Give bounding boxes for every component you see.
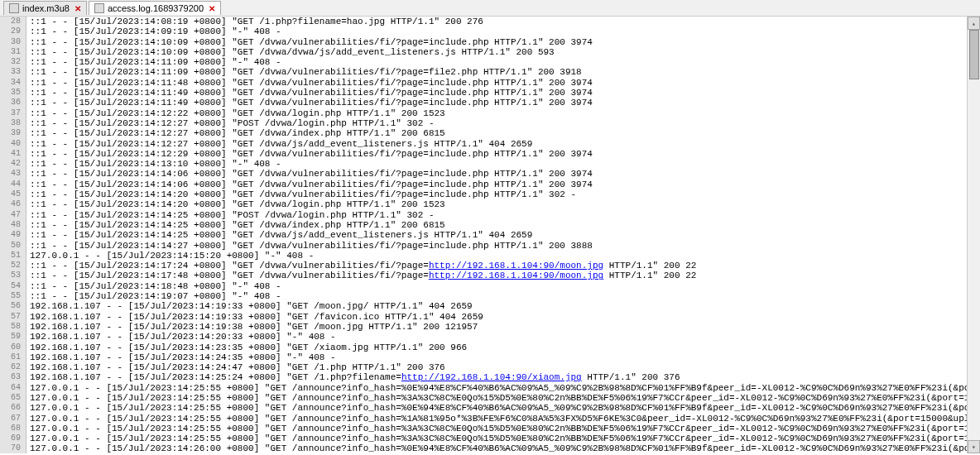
url-link[interactable]: http://192.168.1.104:90/moon.jpg <box>429 261 603 271</box>
log-line[interactable]: 127.0.0.1 - - [15/Jul/2023:14:25:55 +080… <box>30 403 980 413</box>
log-line[interactable]: ::1 - - [15/Jul/2023:14:18:48 +0800] "-"… <box>30 281 980 291</box>
log-line[interactable]: 192.168.1.107 - - [15/Jul/2023:14:23:35 … <box>30 342 980 352</box>
line-number: 48 <box>0 220 21 230</box>
url-link[interactable]: http://192.168.1.104:90/moon.jpg <box>429 271 603 280</box>
log-line[interactable]: ::1 - - [15/Jul/2023:14:14:25 +0800] "GE… <box>30 230 980 240</box>
log-text: ::1 - - [15/Jul/2023:14:14:27 +0800] "GE… <box>30 241 593 251</box>
log-line[interactable]: ::1 - - [15/Jul/2023:14:14:25 +0800] "GE… <box>30 220 980 230</box>
line-number: 56 <box>0 301 21 311</box>
log-line[interactable]: 127.0.0.1 - - [15/Jul/2023:14:25:55 +080… <box>30 433 980 443</box>
log-line[interactable]: ::1 - - [15/Jul/2023:14:12:29 +0800] "GE… <box>30 149 980 159</box>
line-number: 65 <box>0 393 21 403</box>
line-number: 55 <box>0 291 21 301</box>
log-line[interactable]: 127.0.0.1 - - [15/Jul/2023:14:15:20 +080… <box>30 251 980 261</box>
log-line[interactable]: ::1 - - [15/Jul/2023:14:12:22 +0800] "GE… <box>30 108 980 118</box>
line-number: 62 <box>0 362 21 372</box>
url-link[interactable]: http://192.168.1.104:90/xiaom.jpg <box>401 372 582 382</box>
tab-close-icon[interactable]: ✕ <box>209 4 215 13</box>
log-line[interactable]: ::1 - - [15/Jul/2023:14:14:20 +0800] "GE… <box>30 199 980 209</box>
log-line[interactable]: 192.168.1.107 - - [15/Jul/2023:14:20:33 … <box>30 332 980 342</box>
line-number: 63 <box>0 372 21 382</box>
log-line[interactable]: 192.168.1.107 - - [15/Jul/2023:14:24:35 … <box>30 352 980 362</box>
log-line[interactable]: 192.168.1.107 - - [15/Jul/2023:14:19:38 … <box>30 322 980 332</box>
log-line[interactable]: ::1 - - [15/Jul/2023:14:14:20 +0800] "GE… <box>30 189 980 199</box>
log-text: ::1 - - [15/Jul/2023:14:11:09 +0800] "GE… <box>30 67 582 77</box>
log-text: ::1 - - [15/Jul/2023:14:14:25 +0800] "GE… <box>30 230 532 240</box>
log-line[interactable]: ::1 - - [15/Jul/2023:14:17:24 +0800] "GE… <box>30 261 980 271</box>
log-content[interactable]: ::1 - - [15/Jul/2023:14:08:19 +0800] "GE… <box>26 17 980 453</box>
line-number: 38 <box>0 118 21 128</box>
log-line[interactable]: ::1 - - [15/Jul/2023:14:12:27 +0800] "PO… <box>30 118 980 128</box>
log-line[interactable]: ::1 - - [15/Jul/2023:14:11:49 +0800] "GE… <box>30 88 980 98</box>
log-text: HTTP/1.1" 200 22 <box>603 261 696 271</box>
log-line[interactable]: ::1 - - [15/Jul/2023:14:11:09 +0800] "-"… <box>30 57 980 67</box>
log-text: ::1 - - [15/Jul/2023:14:12:27 +0800] "PO… <box>30 118 434 128</box>
log-line[interactable]: ::1 - - [15/Jul/2023:14:09:19 +0800] "-"… <box>30 26 980 36</box>
file-icon <box>94 3 104 13</box>
log-line[interactable]: ::1 - - [15/Jul/2023:14:14:27 +0800] "GE… <box>30 241 980 251</box>
log-line[interactable]: 127.0.0.1 - - [15/Jul/2023:14:25:55 +080… <box>30 383 980 393</box>
log-line[interactable]: ::1 - - [15/Jul/2023:14:17:48 +0800] "GE… <box>30 271 980 280</box>
line-number: 43 <box>0 169 21 179</box>
log-line[interactable]: ::1 - - [15/Jul/2023:14:11:09 +0800] "GE… <box>30 67 980 77</box>
log-line[interactable]: ::1 - - [15/Jul/2023:14:14:06 +0800] "GE… <box>30 180 980 189</box>
log-text: ::1 - - [15/Jul/2023:14:14:25 +0800] "PO… <box>30 210 434 220</box>
log-line[interactable]: 127.0.0.1 - - [15/Jul/2023:14:25:55 +080… <box>30 393 980 403</box>
log-text: ::1 - - [15/Jul/2023:14:10:09 +0800] "GE… <box>30 37 593 47</box>
scroll-thumb[interactable] <box>969 30 979 79</box>
tab-access-log-1689379200[interactable]: access.log.1689379200✕ <box>89 1 221 15</box>
log-line[interactable]: 192.168.1.107 - - [15/Jul/2023:14:24:47 … <box>30 362 980 372</box>
log-line[interactable]: ::1 - - [15/Jul/2023:14:11:49 +0800] "GE… <box>30 98 980 108</box>
log-line[interactable]: ::1 - - [15/Jul/2023:14:12:27 +0800] "GE… <box>30 139 980 149</box>
log-text: 192.168.1.107 - - [15/Jul/2023:14:19:33 … <box>30 312 483 322</box>
line-number: 28 <box>0 17 21 26</box>
line-number: 29 <box>0 26 21 36</box>
log-line[interactable]: ::1 - - [15/Jul/2023:14:14:06 +0800] "GE… <box>30 169 980 179</box>
log-text: 127.0.0.1 - - [15/Jul/2023:14:25:55 +080… <box>30 393 980 403</box>
line-number: 47 <box>0 210 21 220</box>
line-number: 33 <box>0 67 21 77</box>
scroll-down-button[interactable]: ▾ <box>968 440 980 453</box>
log-line[interactable]: 127.0.0.1 - - [15/Jul/2023:14:25:55 +080… <box>30 414 980 424</box>
line-number: 44 <box>0 180 21 189</box>
log-line[interactable]: ::1 - - [15/Jul/2023:14:13:10 +0800] "-"… <box>30 159 980 169</box>
line-number: 45 <box>0 189 21 199</box>
log-line[interactable]: ::1 - - [15/Jul/2023:14:08:19 +0800] "GE… <box>30 17 980 26</box>
log-line[interactable]: ::1 - - [15/Jul/2023:14:10:09 +0800] "GE… <box>30 47 980 57</box>
log-text: 127.0.0.1 - - [15/Jul/2023:14:25:55 +080… <box>30 424 980 433</box>
log-line[interactable]: ::1 - - [15/Jul/2023:14:10:09 +0800] "GE… <box>30 37 980 47</box>
log-line[interactable]: 192.168.1.107 - - [15/Jul/2023:14:19:33 … <box>30 312 980 322</box>
log-line[interactable]: ::1 - - [15/Jul/2023:14:14:25 +0800] "PO… <box>30 210 980 220</box>
log-text: 127.0.0.1 - - [15/Jul/2023:14:25:55 +080… <box>30 433 980 443</box>
line-number: 51 <box>0 251 21 261</box>
log-line[interactable]: ::1 - - [15/Jul/2023:14:19:07 +0800] "-"… <box>30 291 980 301</box>
log-text: ::1 - - [15/Jul/2023:14:17:24 +0800] "GE… <box>30 261 429 271</box>
log-text: ::1 - - [15/Jul/2023:14:11:49 +0800] "GE… <box>30 88 593 98</box>
log-text: ::1 - - [15/Jul/2023:14:12:27 +0800] "GE… <box>30 128 445 138</box>
log-text: ::1 - - [15/Jul/2023:14:14:20 +0800] "GE… <box>30 199 445 209</box>
log-text: 192.168.1.107 - - [15/Jul/2023:14:19:38 … <box>30 322 478 332</box>
log-line[interactable]: 127.0.0.1 - - [15/Jul/2023:14:26:00 +080… <box>30 443 980 453</box>
log-text: ::1 - - [15/Jul/2023:14:17:48 +0800] "GE… <box>30 271 429 280</box>
tab-label: index.m3u8 <box>22 3 70 13</box>
tab-index-m3u8[interactable]: index.m3u8✕ <box>3 1 87 15</box>
log-line[interactable]: ::1 - - [15/Jul/2023:14:12:27 +0800] "GE… <box>30 128 980 138</box>
log-text: ::1 - - [15/Jul/2023:14:08:19 +0800] "GE… <box>30 17 483 26</box>
log-text: HTTP/1.1" 200 22 <box>603 271 696 280</box>
log-line[interactable]: 127.0.0.1 - - [15/Jul/2023:14:25:55 +080… <box>30 424 980 433</box>
tab-close-icon[interactable]: ✕ <box>74 4 81 13</box>
log-line[interactable]: ::1 - - [15/Jul/2023:14:11:48 +0800] "GE… <box>30 78 980 88</box>
log-text: 192.168.1.107 - - [15/Jul/2023:14:20:33 … <box>30 332 336 342</box>
log-text: ::1 - - [15/Jul/2023:14:12:29 +0800] "GE… <box>30 149 593 159</box>
log-text: 127.0.0.1 - - [15/Jul/2023:14:25:55 +080… <box>30 403 980 413</box>
log-text: ::1 - - [15/Jul/2023:14:12:27 +0800] "GE… <box>30 139 532 149</box>
vertical-scrollbar[interactable]: ▴ ▾ <box>967 17 980 453</box>
log-line[interactable]: 192.168.1.107 - - [15/Jul/2023:14:19:33 … <box>30 301 980 311</box>
log-text: 127.0.0.1 - - [15/Jul/2023:14:25:55 +080… <box>30 414 980 424</box>
line-number-gutter: 2829303132333435363738394041424344454647… <box>0 17 26 453</box>
line-number: 52 <box>0 261 21 271</box>
log-line[interactable]: 192.168.1.107 - - [15/Jul/2023:14:25:24 … <box>30 372 980 382</box>
line-number: 70 <box>0 443 21 453</box>
scroll-up-button[interactable]: ▴ <box>968 17 980 30</box>
log-text: ::1 - - [15/Jul/2023:14:11:49 +0800] "GE… <box>30 98 593 108</box>
